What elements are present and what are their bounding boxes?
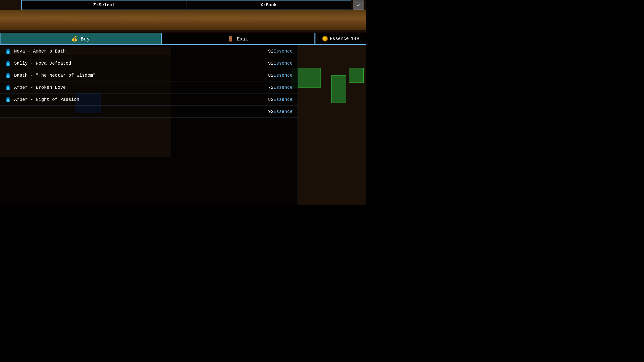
essence-label: Essence — [330, 36, 349, 41]
list-item[interactable]: Nova - Amber's Bath92Essence — [0, 45, 298, 57]
extra-price-number: 92 — [268, 109, 274, 114]
item-name: Basth - "The Nectar of Wisdom" — [14, 73, 268, 78]
item-price: 82Essence — [268, 73, 293, 78]
item-rows-container: Nova - Amber's Bath92EssenceSally - Nova… — [0, 45, 298, 106]
extra-price-row: 92Essence — [0, 106, 298, 118]
list-item[interactable]: Amber - Broken Love72Essence — [0, 81, 298, 94]
item-name: Amber - Night of Passion — [14, 97, 268, 102]
item-price: 92Essence — [268, 49, 293, 54]
tab-essence: Essence 149 — [315, 33, 366, 44]
list-item[interactable]: Sally - Nova Defeated92Essence — [0, 57, 298, 69]
back-button[interactable]: ↩ — [353, 1, 364, 10]
item-name: Sally - Nova Defeated — [14, 61, 268, 66]
tab-exit[interactable]: 🚪 Exit — [161, 33, 315, 44]
ui-overlay: Z:Select X:Back ↩ 💰 Buy 🚪 Exit Essence 1… — [0, 0, 366, 205]
tab-bar: 💰 Buy 🚪 Exit Essence 149 — [0, 33, 366, 45]
essence-coin-icon — [322, 36, 328, 41]
flame-icon — [5, 48, 11, 54]
item-name: Amber - Broken Love — [14, 85, 268, 90]
tab-buy[interactable]: 💰 Buy — [0, 33, 161, 44]
top-control-bar: Z:Select X:Back — [21, 0, 351, 10]
flame-icon — [5, 84, 11, 90]
list-item[interactable]: Basth - "The Nectar of Wisdom"82Essence — [0, 69, 298, 81]
item-name: Nova - Amber's Bath — [14, 49, 268, 54]
flame-icon — [5, 72, 11, 78]
flame-icon — [5, 97, 11, 103]
item-price: 72Essence — [268, 85, 293, 90]
item-list-panel: Nova - Amber's Bath92EssenceSally - Nova… — [0, 45, 298, 205]
essence-amount: 149 — [351, 36, 359, 41]
item-price: 82Essence — [268, 97, 293, 102]
flame-icon — [5, 60, 11, 66]
item-price: 92Essence — [268, 61, 293, 66]
extra-price-label: Essence — [273, 109, 293, 114]
back-control: X:Back — [186, 3, 351, 8]
list-item[interactable]: Amber - Night of Passion82Essence — [0, 94, 298, 106]
select-control: Z:Select — [22, 3, 186, 8]
